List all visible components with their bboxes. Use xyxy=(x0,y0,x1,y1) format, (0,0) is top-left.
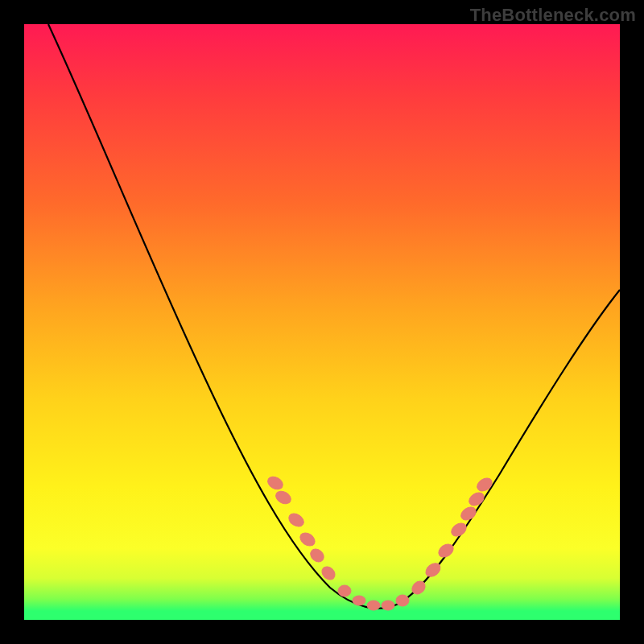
svg-point-2 xyxy=(287,511,306,529)
plot-area xyxy=(24,24,620,620)
svg-point-1 xyxy=(274,489,293,506)
svg-point-8 xyxy=(367,601,380,610)
svg-point-7 xyxy=(353,596,365,605)
svg-point-15 xyxy=(459,505,478,522)
svg-point-4 xyxy=(308,547,327,564)
chart-frame: TheBottleneck.com xyxy=(0,0,644,644)
bottleneck-curve xyxy=(24,24,620,620)
curve-path xyxy=(48,24,620,609)
marker-group xyxy=(266,474,494,610)
svg-point-16 xyxy=(467,490,486,508)
svg-point-17 xyxy=(475,476,494,493)
svg-point-14 xyxy=(449,521,469,539)
svg-point-0 xyxy=(266,474,285,492)
svg-point-6 xyxy=(338,585,351,597)
watermark-text: TheBottleneck.com xyxy=(470,5,636,26)
svg-point-9 xyxy=(382,601,394,610)
svg-point-3 xyxy=(298,530,317,549)
svg-point-10 xyxy=(396,595,409,606)
